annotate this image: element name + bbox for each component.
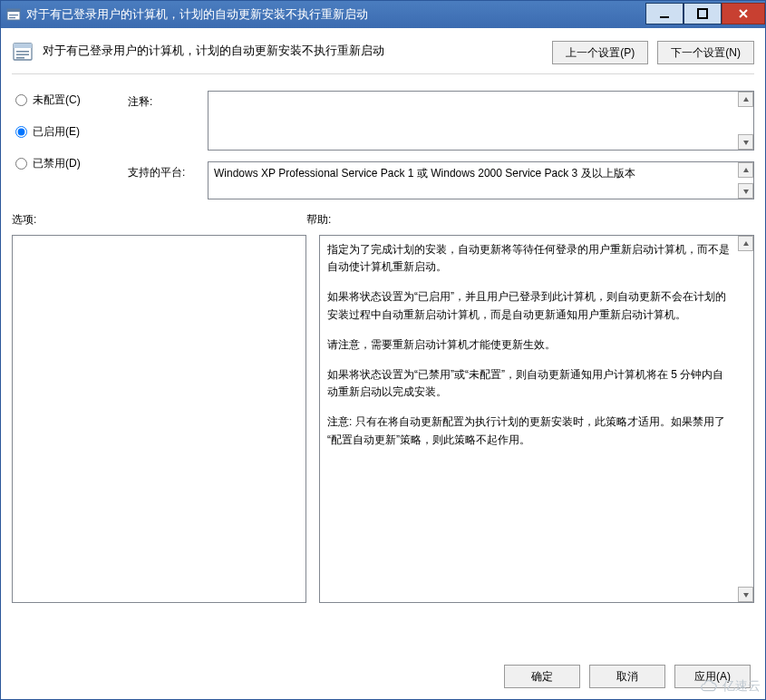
radio-enabled-label: 已启用(E) [33,124,80,140]
radio-not-configured-input[interactable] [15,94,27,106]
header-row: 对于有已登录用户的计算机，计划的自动更新安装不执行重新启动 上一个设置(P) 下… [12,37,754,74]
titlebar[interactable]: 对于有已登录用户的计算机，计划的自动更新安装不执行重新启动 [1,1,765,28]
svg-rect-1 [7,9,20,12]
watermark: 亿速云 [699,678,761,695]
close-button[interactable] [722,3,765,24]
previous-setting-label: 上一个设置(P) [566,46,635,59]
policy-title: 对于有已登录用户的计算机，计划的自动更新安装不执行重新启动 [43,41,543,59]
radio-not-configured[interactable]: 未配置(C) [15,92,121,108]
supported-platforms-text: Windows XP Professional Service Pack 1 或… [214,167,635,180]
supported-label: 支持的平台: [128,161,200,180]
help-paragraph: 指定为了完成计划的安装，自动更新将等待任何登录的用户重新启动计算机，而不是自动使… [327,241,733,276]
help-paragraph: 请注意，需要重新启动计算机才能使更新生效。 [327,336,733,354]
config-grid: 未配置(C) 已启用(E) 已禁用(D) 注释: 支持的平台: [12,82,754,199]
scroll-down-icon[interactable] [738,134,753,150]
watermark-text: 亿速云 [722,678,761,695]
state-radio-group: 未配置(C) 已启用(E) 已禁用(D) [12,91,121,171]
svg-rect-3 [9,17,15,18]
nav-buttons: 上一个设置(P) 下一个设置(N) [552,41,754,64]
cloud-icon [699,678,719,695]
radio-disabled-label: 已禁用(D) [33,156,81,171]
options-panel[interactable] [12,235,306,603]
radio-not-configured-label: 未配置(C) [33,92,81,108]
help-scrollbar[interactable] [738,236,753,602]
maximize-button[interactable] [684,3,722,24]
help-paragraph: 如果将状态设置为“已禁用”或“未配置”，则自动更新通知用户计算机将在 5 分钟内… [327,366,733,401]
policy-icon [12,41,34,63]
help-paragraph: 如果将状态设置为“已启用”，并且用户已登录到此计算机，则自动更新不会在计划的安装… [327,288,733,323]
scroll-up-icon[interactable] [738,92,753,107]
ok-label: 确定 [531,670,553,683]
radio-enabled-input[interactable] [15,126,27,138]
policy-editor-window: 对于有已登录用户的计算机，计划的自动更新安装不执行重新启动 对于有已登录用户的计… [0,0,766,700]
svg-rect-9 [16,54,29,56]
radio-enabled[interactable]: 已启用(E) [15,124,121,140]
scroll-down-icon[interactable] [738,183,753,199]
svg-rect-2 [9,15,18,15]
svg-rect-8 [16,51,29,53]
scroll-up-icon[interactable] [738,162,753,178]
scroll-up-icon[interactable] [738,236,753,251]
options-section-label: 选项: [12,212,306,228]
help-paragraph: 注意: 只有在将自动更新配置为执行计划的更新安装时，此策略才适用。如果禁用了“配… [327,413,733,448]
help-content: 指定为了完成计划的安装，自动更新将等待任何登录的用户重新启动计算机，而不是自动使… [327,241,733,449]
comment-scrollbar[interactable] [738,92,753,150]
scroll-down-icon[interactable] [738,587,753,602]
footer-buttons: 确定 取消 应用(A) [12,656,754,692]
next-setting-label: 下一个设置(N) [671,46,741,59]
minimize-button[interactable] [645,3,684,24]
cancel-button[interactable]: 取消 [589,665,665,688]
comment-textarea[interactable] [208,91,754,151]
supported-scrollbar[interactable] [738,162,753,199]
svg-rect-4 [660,16,669,18]
svg-rect-5 [698,9,707,18]
section-labels: 选项: 帮助: [12,212,754,228]
window-controls [645,5,765,24]
svg-rect-10 [16,57,24,59]
next-setting-button[interactable]: 下一个设置(N) [657,41,754,64]
ok-button[interactable]: 确定 [504,665,580,688]
client-area: 对于有已登录用户的计算机，计划的自动更新安装不执行重新启动 上一个设置(P) 下… [1,28,765,699]
previous-setting-button[interactable]: 上一个设置(P) [552,41,648,64]
supported-platforms-box: Windows XP Professional Service Pack 1 或… [208,161,754,199]
radio-disabled[interactable]: 已禁用(D) [15,156,121,171]
cancel-label: 取消 [616,670,638,683]
titlebar-text: 对于有已登录用户的计算机，计划的自动更新安装不执行重新启动 [26,6,645,23]
help-section-label: 帮助: [306,212,754,228]
panels: 指定为了完成计划的安装，自动更新将等待任何登录的用户重新启动计算机，而不是自动使… [12,235,754,648]
window-icon [6,7,21,22]
svg-rect-7 [14,44,32,48]
radio-disabled-input[interactable] [15,158,27,170]
help-panel[interactable]: 指定为了完成计划的安装，自动更新将等待任何登录的用户重新启动计算机，而不是自动使… [319,235,754,603]
comment-label: 注释: [128,91,200,110]
